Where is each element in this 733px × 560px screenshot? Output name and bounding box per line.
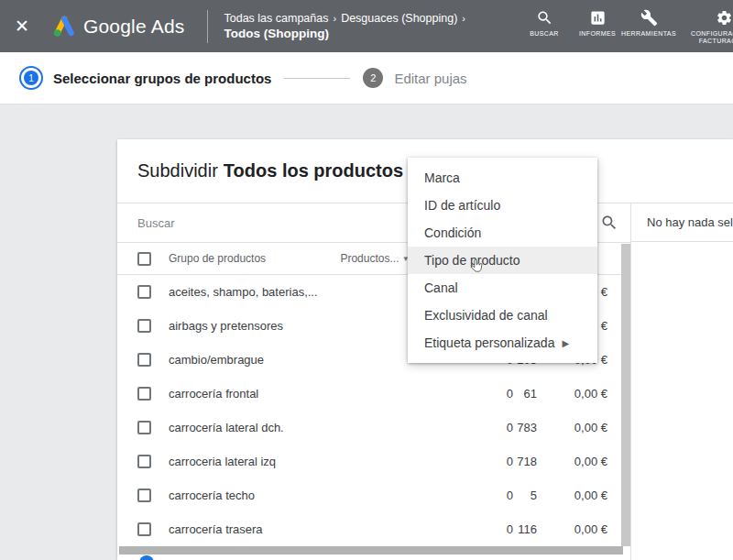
google-ads-logo-icon [48,13,75,40]
row-checkbox[interactable] [137,285,151,299]
row-checkbox[interactable] [137,522,151,536]
products-count: 783 [517,421,537,434]
product-group-name: carrocería techo [169,489,255,502]
logo-text: Google Ads [83,16,185,38]
cost-value: 0,00 € [574,489,607,502]
row-checkbox[interactable] [137,353,151,367]
search-icon [536,9,553,27]
nav-tools-button[interactable]: HERRAMIENTAS [612,0,685,52]
selection-side-panel: No hay nada selec [630,203,733,560]
dropdown-menu-item[interactable]: Condición [408,219,597,247]
cost-value: 0,00 € [574,387,607,401]
clicks-value: 0 [507,421,513,434]
breadcrumb-all-campaigns[interactable]: Todas las campañas [224,12,329,25]
dropdown-menu-item[interactable]: Tipo de producto [408,247,597,274]
horizontal-scrollbar[interactable] [119,546,623,555]
cost-value: 0,00 € [574,522,607,536]
header-divider [207,10,208,43]
product-group-name: carrocería trasera [169,522,263,536]
google-ads-logo[interactable]: Google Ads [48,13,185,40]
app-header: ✕ Google Ads Todas las campañas›Desguace… [0,0,733,52]
gear-icon [716,9,733,27]
breadcrumb-campaign[interactable]: Desguaces (Shopping) [341,12,457,25]
wrench-icon [640,9,658,27]
row-checkbox[interactable] [137,319,151,333]
dropdown-menu-item[interactable]: Etiqueta personalizada ▶ [408,329,597,357]
product-group-name: carroceria lateral izq [169,455,276,468]
column-selector-dropdown[interactable]: Productos... ▾ [340,252,408,265]
search-icon[interactable] [600,214,618,232]
dropdown-menu-item[interactable]: Marca [408,164,597,192]
dropdown-menu-item[interactable]: Exclusividad de canal [408,302,597,329]
breadcrumb-separator: › [462,13,465,24]
nav-search-button[interactable]: BUSCAR [519,0,570,52]
clicks-value: 0 [507,522,513,536]
clicks-value: 0 [507,489,513,502]
step-2-label: Editar pujas [394,71,466,86]
product-group-name: carrocería lateral dch. [169,421,284,434]
cost-value: 0,00 € [574,421,607,434]
google-ads-screen: ✕ Google Ads Todas las campañas›Desguace… [0,0,733,560]
table-row[interactable]: carrocería frontal 61 0 0,00 € [117,377,630,411]
product-group-name: aceites, shampo, baterias,... [169,285,318,299]
products-count: 718 [517,455,537,468]
row-checkbox[interactable] [137,455,151,468]
step-1-indicator: 1 [19,66,43,90]
reports-icon [589,9,607,27]
table-row[interactable]: carrocería lateral dch. 783 0 0,00 € [117,411,630,445]
breadcrumb: Todas las campañas›Desguaces (Shopping)›… [224,11,470,41]
table-row[interactable]: carrocería techo 5 0 0,00 € [117,478,630,512]
products-count: 5 [531,489,537,502]
step-1-label: Seleccionar grupos de productos [53,71,271,86]
table-row[interactable]: carroceria lateral izq 718 0 0,00 € [117,445,630,478]
product-group-name: airbags y pretensores [169,319,283,333]
nav-settings-button[interactable]: CONFIGURACIÓN Y FACTURACIÓN [685,0,733,52]
row-checkbox[interactable] [137,387,151,401]
row-checkbox[interactable] [137,421,151,434]
subdivide-dropdown-menu: Marca ID de artículo Condición Tipo de p… [408,158,597,363]
dropdown-menu-item[interactable]: Canal [408,274,597,302]
product-group-name: carrocería frontal [169,387,258,401]
selection-status-text: No hay nada selec [631,203,733,242]
products-count: 61 [524,387,537,401]
product-group-name: cambio/embrague [169,353,264,367]
step-connector [284,78,350,79]
partial-blue-indicator [139,555,154,560]
submenu-arrow-icon: ▶ [562,338,569,348]
clicks-value: 0 [507,455,513,468]
breadcrumb-current: Todos (Shopping) [224,26,470,41]
dropdown-menu-item[interactable]: ID de artículo [408,192,597,219]
vertical-scrollbar[interactable] [621,244,630,546]
breadcrumb-separator: › [333,13,336,24]
select-all-checkbox[interactable] [137,252,151,266]
products-count: 116 [518,522,537,536]
mouse-cursor [469,257,485,275]
step-2-indicator: 2 [363,68,383,88]
column-header-group[interactable]: Grupo de productos [169,252,266,265]
cost-value: 0,00 € [574,455,607,468]
wizard-stepper: 1 Seleccionar grupos de productos 2 Edit… [0,52,733,104]
close-icon[interactable]: ✕ [15,17,29,35]
row-checkbox[interactable] [137,489,151,502]
table-row[interactable]: carrocería trasera 116 0 0,00 € [117,512,630,546]
clicks-value: 0 [507,387,513,401]
